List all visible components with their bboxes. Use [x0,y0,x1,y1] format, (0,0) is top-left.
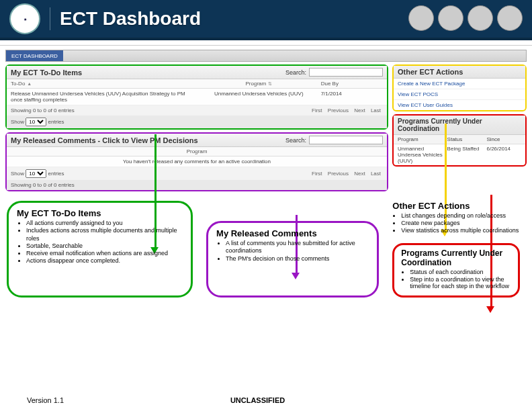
foot-show-label: Show [11,171,24,177]
app-header: ★ ECT Dashboard [0,0,532,40]
empty-row: You haven't released any comments for an… [7,156,387,167]
divider [50,7,50,30]
callout-item: A list of comments you have submitted fo… [226,240,369,255]
pager-last[interactable]: Last [371,171,381,177]
spacer [0,40,532,46]
col-program[interactable]: Program [398,136,447,142]
classification-label: UNCLASSIFIED [230,396,285,404]
panel-other-actions: Other ECT Actions Create a New ECT Packa… [392,64,527,111]
callout-todo-title: My ECT To-Do Items [17,208,183,218]
panel-programs: Programs Currently Under Coordination Pr… [392,114,527,167]
arrowhead-red-icon [486,306,494,313]
slide-footer: Version 1.1 UNCLASSIFIED [0,396,532,404]
cell-dueby: 7/1/2014 [321,91,383,103]
sort-icon: ⇅ [268,81,272,87]
callout-item: Create new packages [401,220,525,227]
tab-bar: ECT DASHBOARD [5,50,527,62]
callout-todo: My ECT To-Do Items All actions currently… [7,201,193,298]
col-program[interactable]: Program [187,148,208,154]
search-input[interactable] [309,136,383,144]
version-label: Version 1.1 [27,396,64,404]
panel-todo-title: My ECT To-Do Items [11,68,82,77]
col-dueby[interactable]: Due By [321,81,339,87]
tab-ect-dashboard[interactable]: ECT DASHBOARD [6,50,63,61]
search-input[interactable] [309,68,383,77]
callout-item: Receive email notification when actions … [26,250,183,257]
foot-showing: Showing 0 to 0 of 0 entries [11,182,75,188]
callout-item: Includes actions across multiple documen… [26,227,183,242]
page-size-select[interactable]: 10 [26,118,46,126]
col-todo[interactable]: To-Do [11,81,25,87]
cell-status: Being Staffed [447,146,487,164]
pager-last[interactable]: Last [371,107,381,113]
callout-released-title: My Released Comments [216,228,369,238]
cell-todo: Release Unmanned Undersea Vehicles (UUV)… [11,91,197,103]
pager-next[interactable]: Next [354,107,365,113]
panel-programs-title: Programs Currently Under Coordination [398,118,482,132]
callout-programs: Programs Currently Under Coordination St… [392,243,520,298]
link-create-package[interactable]: Create a New ECT Package [394,79,525,89]
callout-item: The PM's decision on those comments [226,255,369,263]
col-since[interactable]: Since [486,136,521,142]
callout-item: Status of each coordination [410,269,511,276]
foot-entries-label: entries [48,119,64,125]
callout-other-title: Other ECT Actions [392,201,525,211]
airforce-seal-icon [497,5,523,31]
foot-showing: Showing 0 to 0 of 0 entries [11,107,75,113]
table-row[interactable]: Release Unmanned Undersea Vehicles (UUV)… [7,89,387,105]
link-view-guides[interactable]: View ECT User Guides [394,100,525,110]
dod-seal-icon: ★ [9,3,40,34]
link-view-pocs[interactable]: View ECT POCS [394,89,525,100]
empty-message: You haven't released any comments for an… [123,158,271,165]
dashboard-screenshot: ECT DASHBOARD My ECT To-Do Items Search:… [0,46,532,191]
page-title: ECT Dashboard [60,8,201,30]
cell-program: Unmanned Undersea Vehicles (UUV) [398,146,447,164]
foot-show-label: Show [11,119,24,125]
pager-first[interactable]: First [312,171,322,177]
foot-entries-label: entries [48,171,64,177]
annotations: My ECT To-Do Items All actions currently… [0,201,532,298]
callout-programs-title: Programs Currently Under Coordination [401,249,511,267]
callout-right-column: Other ECT Actions List changes depending… [392,201,525,298]
table-row[interactable]: Unmanned Undersea Vehicles (UUV) Being S… [394,144,525,165]
cell-since: 6/26/2014 [486,146,521,164]
callout-item: View statistics across multiple coordina… [401,227,525,234]
navy-seal-icon [468,5,493,31]
callout-item: Step into a coordination to view the tim… [410,276,511,291]
page-size-select[interactable]: 10 [26,169,46,178]
search-label: Search: [285,137,306,144]
army-seal-icon [408,5,434,31]
panel-todo: My ECT To-Do Items Search: To-Do▲ Progra… [5,64,388,130]
callout-item: Sortable, Searchable [26,242,183,250]
sort-asc-icon: ▲ [27,81,32,86]
pager-next[interactable]: Next [354,171,365,177]
search-label: Search: [285,69,306,76]
cell-program: Unmanned Undersea Vehicles (UUV) [197,91,321,103]
panel-other-title: Other ECT Actions [398,68,463,76]
callout-released: My Released Comments A list of comments … [206,221,379,298]
marines-seal-icon [438,5,463,31]
col-status[interactable]: Status [447,136,487,142]
branch-seals [408,5,523,31]
pager-first[interactable]: First [312,107,322,113]
pager-prev[interactable]: Previous [328,107,349,113]
callout-item: List changes depending on role/access [401,212,525,220]
callout-item: All actions currently assigned to you [26,220,183,227]
panel-released: My Released Comments - Click to View PM … [5,132,388,191]
panel-released-title: My Released Comments - Click to View PM … [11,136,198,144]
col-program[interactable]: Program [245,81,266,87]
pager-prev[interactable]: Previous [328,171,349,177]
callout-item: Actions disappear once completed. [26,257,183,265]
